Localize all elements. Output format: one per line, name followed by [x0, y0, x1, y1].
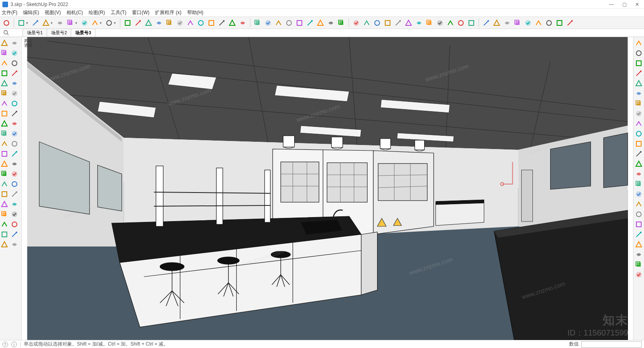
material-icon[interactable] [0, 59, 9, 68]
rotate-r-icon[interactable] [634, 180, 643, 188]
vray-icon[interactable] [373, 19, 381, 27]
status-help-icon[interactable]: ? [2, 342, 8, 347]
zoomext2-icon[interactable] [10, 190, 19, 199]
rectangle-icon[interactable] [66, 19, 74, 27]
walk2-icon[interactable] [10, 210, 19, 219]
eraser-icon[interactable] [31, 19, 39, 27]
tape2-icon[interactable] [0, 139, 9, 148]
menu-file[interactable]: 文件(F) [2, 9, 17, 16]
user-icon[interactable] [337, 19, 345, 27]
home-icon[interactable] [545, 19, 553, 27]
pushpull2-icon[interactable] [0, 109, 9, 118]
red-frame-icon[interactable] [634, 160, 643, 168]
sun-icon[interactable] [0, 240, 9, 249]
look2-icon[interactable] [0, 220, 9, 229]
flip-h-icon[interactable] [634, 89, 643, 98]
maximize-button[interactable]: ▢ [621, 2, 627, 7]
bezier-icon[interactable] [10, 99, 19, 108]
roof-icon[interactable] [535, 19, 543, 27]
zoom-icon[interactable] [275, 19, 283, 27]
arc3-icon[interactable] [0, 99, 9, 108]
red-box-icon[interactable] [634, 149, 643, 158]
scale-r-icon[interactable] [634, 190, 643, 199]
arc-icon[interactable] [80, 19, 89, 27]
menu-extensions[interactable]: 扩展程序 (x) [155, 9, 181, 16]
paint2-icon[interactable] [10, 160, 19, 168]
zoom-extents-icon[interactable] [285, 19, 293, 27]
move2-icon[interactable] [10, 119, 19, 128]
move-icon[interactable] [144, 19, 153, 27]
move-r-icon[interactable] [634, 170, 643, 178]
menu-tools[interactable]: 工具(T) [111, 9, 126, 16]
orbit-icon[interactable] [254, 19, 262, 27]
text-icon[interactable] [197, 19, 205, 27]
window-icon[interactable] [555, 19, 564, 27]
next-icon[interactable] [10, 200, 19, 209]
measurement-input[interactable] [581, 341, 642, 348]
orbit-cam-icon[interactable] [295, 19, 303, 27]
section-icon[interactable] [239, 19, 247, 27]
pan-icon[interactable] [264, 19, 272, 27]
grid2-icon[interactable] [634, 129, 643, 138]
paint-r-icon[interactable] [634, 250, 643, 259]
extension-manager-icon[interactable] [363, 19, 371, 27]
select-icon[interactable] [0, 39, 9, 48]
menu-view[interactable]: 视图(V) [45, 9, 61, 16]
menu-window[interactable]: 窗口(W) [132, 9, 149, 16]
position-cam-icon[interactable] [327, 19, 335, 27]
freehand-icon[interactable] [56, 19, 64, 27]
axes2-icon[interactable] [0, 149, 9, 158]
layer-r-icon[interactable] [634, 240, 643, 249]
tape-icon[interactable] [176, 19, 184, 27]
tree-icon[interactable] [405, 19, 413, 27]
extension-warehouse-icon[interactable] [352, 19, 360, 27]
protractor2-icon[interactable] [0, 160, 9, 168]
rect2-icon[interactable] [10, 69, 19, 78]
offset-icon[interactable] [134, 19, 142, 27]
scale-icon[interactable] [165, 19, 173, 27]
viewport-3d[interactable]: 两点 透视 [22, 37, 633, 340]
settings-icon[interactable] [446, 19, 454, 27]
close-button[interactable]: ✕ [634, 2, 640, 7]
position2-icon[interactable] [0, 210, 9, 219]
box-icon[interactable] [482, 19, 490, 27]
flip-v-icon[interactable] [634, 99, 643, 108]
settings2-icon[interactable] [10, 240, 19, 249]
kg-icon[interactable] [634, 220, 643, 229]
column-icon[interactable] [634, 109, 643, 118]
paint-icon[interactable] [228, 19, 236, 27]
outliner-icon[interactable] [0, 230, 9, 239]
mail-icon[interactable] [457, 19, 465, 27]
rotrect-icon[interactable] [0, 79, 9, 88]
scene-search-icon[interactable] [3, 30, 9, 37]
layers-icon[interactable] [384, 19, 392, 27]
search-icon[interactable] [2, 19, 10, 27]
align-top-icon[interactable] [634, 59, 643, 68]
axes-icon[interactable] [207, 19, 215, 27]
add-icon[interactable] [394, 19, 402, 27]
text2-icon[interactable] [10, 139, 19, 148]
rotate-icon[interactable] [155, 19, 163, 27]
panel-icon[interactable] [566, 19, 574, 27]
circle-icon[interactable] [91, 19, 99, 27]
scene-tab-3[interactable]: 场景号3 [71, 29, 95, 37]
scale2-icon[interactable] [10, 129, 19, 138]
house-icon[interactable] [514, 19, 522, 27]
cube-icon[interactable] [524, 19, 532, 27]
orbit2-icon[interactable] [10, 170, 19, 178]
array-icon[interactable] [634, 210, 643, 219]
follow-icon[interactable] [0, 119, 9, 128]
section2-icon[interactable] [10, 220, 19, 229]
lasso-icon[interactable] [10, 39, 19, 48]
align-mid-icon[interactable] [634, 69, 643, 78]
push-pull-icon[interactable] [124, 19, 132, 27]
cylinder-icon[interactable] [493, 19, 501, 27]
circle2-icon[interactable] [10, 79, 19, 88]
scene-tab-1[interactable]: 场景号1 [23, 29, 47, 37]
look-icon[interactable] [316, 19, 324, 27]
zoom2-icon[interactable] [10, 180, 19, 188]
cloud-icon[interactable] [436, 19, 444, 27]
select-arrow-icon[interactable] [17, 19, 25, 27]
sphere-icon[interactable] [503, 19, 511, 27]
palette-icon[interactable] [415, 19, 423, 27]
